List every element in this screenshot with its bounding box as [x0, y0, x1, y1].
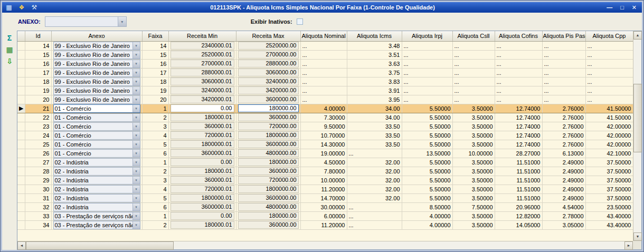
cell-receita-min[interactable]: 0.00: [168, 211, 236, 220]
receita-min-editor[interactable]: 0.00: [171, 212, 234, 220]
receita-max-editor[interactable]: 360000.00: [238, 113, 299, 121]
cell-aliquota-cpp[interactable]: 42.00000: [585, 140, 633, 149]
cell-aliquota-irpj[interactable]: 5.50000: [402, 113, 452, 122]
cell-aliquota-cofins[interactable]: 12.74000: [495, 113, 542, 122]
cell-aliquota-icms[interactable]: ...: [347, 149, 402, 158]
cell-faixa[interactable]: 17: [142, 68, 168, 77]
anexo-combobox[interactable]: 99 - Exclusivo Rio de Janeiro▾: [53, 77, 140, 86]
cell-aliquota-cpp[interactable]: 42.00000: [585, 122, 633, 131]
cell-anexo[interactable]: 99 - Exclusivo Rio de Janeiro▾: [51, 86, 142, 95]
cell-aliquota-irpj[interactable]: ...: [402, 59, 452, 68]
cell-anexo[interactable]: 03 - Prestação de serviços não▾: [51, 211, 142, 220]
cell-faixa[interactable]: 16: [142, 59, 168, 68]
receita-min-editor[interactable]: 2340000.01: [171, 42, 234, 50]
receita-max-editor[interactable]: 1800000.00: [238, 131, 299, 139]
cell-anexo[interactable]: 99 - Exclusivo Rio de Janeiro▾: [51, 68, 142, 77]
cell-aliquota-icms[interactable]: 33.50: [347, 140, 402, 149]
cell-receita-max[interactable]: 1800000.00: [236, 131, 300, 140]
cell-aliquota-irpj[interactable]: ...: [402, 86, 452, 95]
receita-min-editor[interactable]: 360000.01: [171, 176, 234, 184]
cell-faixa[interactable]: 3: [142, 176, 168, 185]
cell-aliquota-cofins[interactable]: ...: [495, 68, 542, 77]
cell-anexo[interactable]: 01 - Comércio▾: [51, 122, 142, 131]
chevron-down-icon[interactable]: ▾: [132, 69, 140, 76]
receita-max-editor[interactable]: 4800000.00: [238, 203, 299, 211]
cell-receita-min[interactable]: 3060000.01: [168, 77, 236, 86]
cell-aliquota-nominal[interactable]: 30.00000: [300, 202, 347, 211]
cell-aliquota-nominal[interactable]: ...: [300, 41, 347, 50]
cell-receita-min[interactable]: 3600000.01: [168, 149, 236, 158]
receita-min-editor[interactable]: 2880000.01: [171, 69, 234, 76]
cell-receita-min[interactable]: 2700000.01: [168, 59, 236, 68]
cell-aliquota-icms[interactable]: 3.48: [347, 41, 402, 50]
cell-anexo[interactable]: 01 - Comércio▾: [51, 149, 142, 158]
cell-aliquota-cofins[interactable]: 11.51000: [495, 185, 542, 193]
cell-aliquota-icms[interactable]: 32.00: [347, 167, 402, 176]
chevron-down-icon[interactable]: ▾: [132, 78, 140, 85]
table-row[interactable]: ▶2101 - Comércio▾10.00180000.004.0000034…: [17, 104, 633, 113]
cell-aliquota-irpj[interactable]: 5.50000: [402, 176, 452, 185]
receita-max-editor[interactable]: 2880000.00: [238, 60, 299, 67]
table-row[interactable]: 3002 - Indústria▾4720000.011800000.0011.…: [17, 185, 633, 193]
cell-aliquota-csll[interactable]: 3.50000: [452, 211, 495, 220]
anexo-combobox[interactable]: 99 - Exclusivo Rio de Janeiro▾: [53, 42, 140, 50]
cell-aliquota-icms[interactable]: 3.75: [347, 68, 402, 77]
export-grid-icon[interactable]: ▦: [5, 45, 14, 54]
cell-receita-min[interactable]: 180000.01: [168, 113, 236, 122]
cell-aliquota-csll[interactable]: 3.50000: [452, 104, 495, 113]
cell-id[interactable]: 17: [25, 68, 51, 77]
export-down-icon[interactable]: ⇩: [5, 57, 14, 65]
cell-aliquota-cpp[interactable]: ...: [585, 77, 633, 86]
cell-aliquota-icms[interactable]: ...: [347, 220, 402, 229]
cell-aliquota-cofins[interactable]: 14.05000: [495, 220, 542, 229]
cell-aliquota-pis-pasep[interactable]: 2.76000: [542, 122, 585, 131]
table-row[interactable]: 1599 - Exclusivo Rio de Janeiro▾15252000…: [17, 50, 633, 59]
scroll-up-icon[interactable]: ▲: [633, 31, 642, 40]
cell-aliquota-irpj[interactable]: 5.50000: [402, 158, 452, 167]
cell-aliquota-pis-pasep[interactable]: 2.49000: [542, 185, 585, 193]
receita-max-editor[interactable]: 720000.00: [238, 122, 299, 130]
column-header-anexo[interactable]: Anexo: [51, 31, 142, 41]
receita-max-editor[interactable]: 3600000.00: [238, 194, 299, 202]
cell-aliquota-csll[interactable]: ...: [452, 68, 495, 77]
cell-aliquota-cofins[interactable]: ...: [495, 77, 542, 86]
table-row[interactable]: 1799 - Exclusivo Rio de Janeiro▾17288000…: [17, 68, 633, 77]
cell-receita-max[interactable]: 180000.00: [236, 158, 300, 167]
cell-faixa[interactable]: 20: [142, 95, 168, 104]
cell-aliquota-icms[interactable]: 3.63: [347, 59, 402, 68]
cell-aliquota-pis-pasep[interactable]: ...: [542, 86, 585, 95]
anexo-combobox[interactable]: 03 - Prestação de serviços não▾: [53, 212, 140, 220]
column-header-aliquota-csll[interactable]: Aliquota Csll: [452, 31, 495, 41]
cell-aliquota-cofins[interactable]: 12.82000: [495, 211, 542, 220]
table-row[interactable]: 1499 - Exclusivo Rio de Janeiro▾14234000…: [17, 41, 633, 50]
cell-receita-max[interactable]: 720000.00: [236, 176, 300, 185]
cell-faixa[interactable]: 1: [142, 211, 168, 220]
column-header-aliquota-irpj[interactable]: Aliquota Irpj: [402, 31, 452, 41]
cell-faixa[interactable]: 2: [142, 220, 168, 229]
cell-aliquota-csll[interactable]: 3.50000: [452, 185, 495, 193]
cell-faixa[interactable]: 6: [142, 202, 168, 211]
cell-receita-min[interactable]: 360000.01: [168, 176, 236, 185]
table-row[interactable]: 2501 - Comércio▾51800000.013600000.0014.…: [17, 140, 633, 149]
cell-anexo[interactable]: 02 - Indústria▾: [51, 185, 142, 193]
anexo-combobox[interactable]: 02 - Indústria▾: [53, 185, 140, 193]
cell-faixa[interactable]: 4: [142, 131, 168, 140]
cell-aliquota-pis-pasep[interactable]: 2.78000: [542, 211, 585, 220]
cell-anexo[interactable]: 02 - Indústria▾: [51, 158, 142, 167]
cell-aliquota-cofins[interactable]: 12.74000: [495, 122, 542, 131]
anexo-combobox[interactable]: 99 - Exclusivo Rio de Janeiro▾: [53, 69, 140, 77]
cell-receita-max[interactable]: 4800000.00: [236, 202, 300, 211]
receita-max-editor[interactable]: 1800000.00: [238, 185, 299, 193]
chevron-down-icon[interactable]: ▾: [132, 105, 140, 112]
cell-receita-max[interactable]: 4800000.00: [236, 149, 300, 158]
chevron-down-icon[interactable]: ▾: [118, 17, 126, 26]
cell-receita-max[interactable]: 3060000.00: [236, 68, 300, 77]
cell-anexo[interactable]: 01 - Comércio▾: [51, 140, 142, 149]
maximize-button[interactable]: □: [620, 3, 624, 12]
cell-faixa[interactable]: 1: [142, 158, 168, 167]
cell-faixa[interactable]: 1: [142, 104, 168, 113]
cell-id[interactable]: 18: [25, 77, 51, 86]
receita-max-editor[interactable]: 180000.00: [238, 104, 299, 112]
cell-receita-min[interactable]: 360000.01: [168, 122, 236, 131]
table-row[interactable]: 1999 - Exclusivo Rio de Janeiro▾19324000…: [17, 86, 633, 95]
